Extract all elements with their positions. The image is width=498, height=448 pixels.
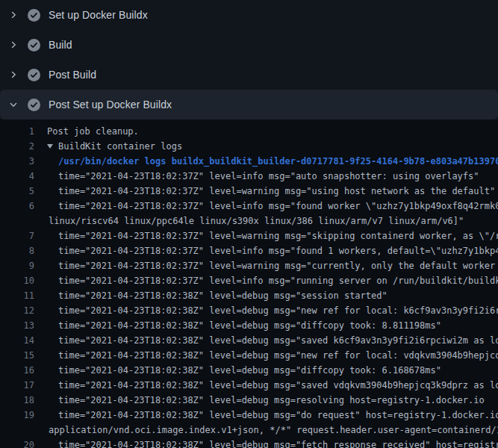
steps-list: Set up Docker BuildxBuildPost BuildPost … — [0, 0, 498, 119]
chevron-right-icon-wrap — [9, 40, 18, 49]
log-line-6: 6time="2021-04-23T18:02:37Z" level=info … — [0, 199, 498, 214]
log-text: time="2021-04-23T18:02:37Z" level=info m… — [34, 169, 498, 184]
line-number[interactable]: 15 — [0, 348, 34, 363]
line-number[interactable]: 11 — [0, 288, 34, 303]
log-line-wrap: linux/riscv64 linux/ppc64le linux/s390x … — [0, 214, 498, 228]
line-number[interactable]: 5 — [0, 184, 34, 199]
chevron-right-icon-wrap — [9, 70, 18, 79]
log-text: time="2021-04-23T18:02:37Z" level=info m… — [34, 273, 498, 288]
log-text: time="2021-04-23T18:02:38Z" level=debug … — [34, 288, 498, 303]
line-number[interactable]: 6 — [0, 199, 34, 214]
chevron-right-icon — [9, 40, 18, 49]
log-line-2: 2BuildKit container logs — [0, 139, 498, 154]
step-label: Set up Docker Buildx — [49, 9, 148, 21]
line-number[interactable]: 2 — [0, 139, 34, 154]
line-number[interactable]: 16 — [0, 363, 34, 378]
step-status-icon — [28, 99, 40, 111]
log-line-14: 14time="2021-04-23T18:02:38Z" level=debu… — [0, 333, 498, 348]
step-header-build[interactable]: Build — [0, 30, 498, 60]
chevron-down-icon — [9, 100, 18, 109]
log-line-4: 4time="2021-04-23T18:02:37Z" level=info … — [0, 169, 498, 184]
log-line-9: 9time="2021-04-23T18:02:37Z" level=warni… — [0, 258, 498, 273]
line-number[interactable]: 1 — [0, 124, 34, 139]
line-number[interactable]: 17 — [0, 378, 34, 393]
line-number[interactable]: 18 — [0, 393, 34, 408]
log-text: time="2021-04-23T18:02:38Z" level=debug … — [34, 348, 498, 363]
line-number[interactable]: 10 — [0, 273, 34, 288]
log-line-17: 17time="2021-04-23T18:02:38Z" level=debu… — [0, 378, 498, 393]
line-number[interactable]: 14 — [0, 333, 34, 348]
log-line-wrap: application/vnd.oci.image.index.v1+json,… — [0, 423, 498, 438]
log-line-12: 12time="2021-04-23T18:02:38Z" level=debu… — [0, 303, 498, 318]
step-header-set-up-docker-buildx[interactable]: Set up Docker Buildx — [0, 0, 498, 30]
step-label: Post Build — [49, 69, 96, 81]
line-number[interactable]: 7 — [0, 228, 34, 243]
check-circle-icon — [28, 99, 40, 111]
log-text: BuildKit container logs — [34, 139, 498, 154]
log-text: time="2021-04-23T18:02:38Z" level=debug … — [34, 318, 498, 333]
log-text: time="2021-04-23T18:02:37Z" level=info m… — [34, 199, 498, 214]
check-circle-icon — [28, 69, 40, 81]
log-command-text: /usr/bin/docker logs buildx_buildkit_bui… — [34, 154, 498, 169]
chevron-right-icon — [9, 70, 18, 79]
log-line-7: 7time="2021-04-23T18:02:37Z" level=warni… — [0, 228, 498, 243]
log-line-5: 5time="2021-04-23T18:02:37Z" level=warni… — [0, 184, 498, 199]
log-line-3: 3/usr/bin/docker logs buildx_buildkit_bu… — [0, 154, 498, 169]
log-text: time="2021-04-23T18:02:38Z" level=debug … — [34, 333, 498, 348]
log-text: Post job cleanup. — [34, 124, 498, 139]
log-line-15: 15time="2021-04-23T18:02:38Z" level=debu… — [0, 348, 498, 363]
line-number[interactable]: 9 — [0, 258, 34, 273]
log-line-20: 20time="2021-04-23T18:02:38Z" level=debu… — [0, 438, 498, 448]
log-text: time="2021-04-23T18:02:38Z" level=debug … — [34, 363, 498, 378]
line-number[interactable]: 3 — [0, 154, 34, 169]
log-text: time="2021-04-23T18:02:37Z" level=warnin… — [34, 184, 498, 199]
actions-log-viewer: Set up Docker BuildxBuildPost BuildPost … — [0, 0, 498, 448]
chevron-right-icon — [9, 10, 18, 19]
log-line-18: 18time="2021-04-23T18:02:38Z" level=debu… — [0, 393, 498, 408]
log-text: time="2021-04-23T18:02:37Z" level=warnin… — [34, 228, 498, 243]
chevron-right-icon-wrap — [9, 10, 18, 19]
step-label: Post Set up Docker Buildx — [49, 99, 172, 111]
log-output: 1Post job cleanup.2BuildKit container lo… — [0, 119, 498, 448]
log-line-16: 16time="2021-04-23T18:02:38Z" level=debu… — [0, 363, 498, 378]
log-line-13: 13time="2021-04-23T18:02:38Z" level=debu… — [0, 318, 498, 333]
line-number — [0, 423, 34, 438]
log-text: time="2021-04-23T18:02:38Z" level=debug … — [34, 378, 498, 393]
line-number[interactable]: 4 — [0, 169, 34, 184]
chevron-down-icon-wrap — [9, 100, 18, 109]
step-status-icon — [28, 9, 40, 22]
log-text: time="2021-04-23T18:02:38Z" level=debug … — [34, 408, 498, 423]
line-number — [0, 214, 34, 228]
step-label: Build — [49, 39, 72, 51]
log-line-19: 19time="2021-04-23T18:02:38Z" level=debu… — [0, 408, 498, 423]
line-number[interactable]: 12 — [0, 303, 34, 318]
log-group-label[interactable]: BuildKit container logs — [58, 141, 182, 152]
log-text: application/vnd.oci.image.index.v1+json,… — [34, 423, 498, 438]
step-status-icon — [28, 69, 40, 81]
step-header-post-set-up-docker-buildx[interactable]: Post Set up Docker Buildx — [0, 90, 498, 119]
check-circle-icon — [28, 9, 40, 22]
log-line-10: 10time="2021-04-23T18:02:37Z" level=info… — [0, 273, 498, 288]
log-text: linux/riscv64 linux/ppc64le linux/s390x … — [34, 214, 498, 228]
line-number[interactable]: 8 — [0, 243, 34, 258]
triangle-down-icon[interactable] — [47, 144, 53, 149]
line-number[interactable]: 19 — [0, 408, 34, 423]
log-text: time="2021-04-23T18:02:38Z" level=debug … — [34, 393, 498, 408]
log-text: time="2021-04-23T18:02:37Z" level=info m… — [34, 243, 498, 258]
log-line-8: 8time="2021-04-23T18:02:37Z" level=info … — [0, 243, 498, 258]
step-header-post-build[interactable]: Post Build — [0, 60, 498, 90]
log-line-1: 1Post job cleanup. — [0, 124, 498, 139]
step-status-icon — [28, 39, 40, 52]
log-text: time="2021-04-23T18:02:38Z" level=debug … — [34, 303, 498, 318]
log-text: time="2021-04-23T18:02:37Z" level=warnin… — [34, 258, 498, 273]
check-circle-icon — [28, 39, 40, 52]
log-text: time="2021-04-23T18:02:38Z" level=debug … — [34, 438, 498, 448]
log-line-11: 11time="2021-04-23T18:02:38Z" level=debu… — [0, 288, 498, 303]
line-number[interactable]: 13 — [0, 318, 34, 333]
line-number[interactable]: 20 — [0, 438, 34, 448]
